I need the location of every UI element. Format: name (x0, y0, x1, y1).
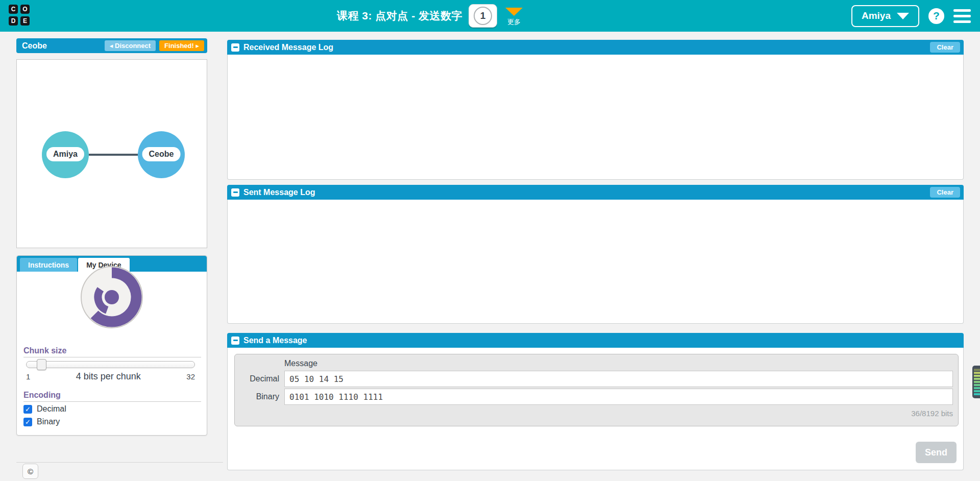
help-button[interactable]: ? (928, 8, 944, 24)
panel-title: Sent Message Log (243, 188, 315, 197)
chevron-down-icon (505, 8, 523, 16)
encoding-option-label: Decimal (37, 404, 66, 414)
network-diagram: Amiya Ceobe (16, 59, 207, 248)
slider-thumb[interactable] (37, 359, 46, 370)
slider-value-label: 4 bits per chunk (30, 371, 186, 382)
panel-header: Received Message Log Clear (227, 40, 964, 55)
decimal-message-input[interactable] (284, 371, 953, 387)
edge-signal-widget (972, 366, 980, 398)
user-name: Amiya (862, 10, 891, 21)
more-label: 更多 (507, 17, 521, 27)
received-message-log-panel: Received Message Log Clear (227, 40, 964, 180)
node-label: Amiya (46, 147, 84, 161)
lesson-title-group: 课程 3: 点对点 - 发送数字 1 更多 (337, 0, 523, 32)
encoding-option-binary: Binary (23, 417, 60, 426)
checkbox-checked-icon[interactable] (23, 418, 32, 426)
message-column-header: Message (284, 359, 317, 368)
message-composer: Message Decimal Binary 36/8192 bits (234, 354, 959, 426)
lesson-title: 课程 3: 点对点 - 发送数字 (337, 9, 462, 23)
decimal-row-label: Decimal (235, 374, 284, 383)
panel-header: Send a Message (227, 333, 964, 348)
send-button[interactable]: Send (916, 442, 957, 463)
connection-line (89, 154, 138, 156)
checkbox-checked-icon[interactable] (23, 405, 32, 414)
slider-min-label: 1 (26, 372, 30, 381)
disconnect-button[interactable]: ◂ Disconnect (105, 40, 156, 51)
level-indicator[interactable]: 1 (469, 4, 497, 28)
chunk-size-slider[interactable] (26, 361, 195, 368)
received-log-body (227, 55, 964, 180)
binary-row-label: Binary (235, 392, 284, 401)
encoding-heading: Encoding (23, 391, 201, 402)
lobby-header: Ceobe ◂ Disconnect Finished! ▸ (16, 38, 207, 53)
finished-button[interactable]: Finished! ▸ (159, 40, 204, 51)
bits-counter: 36/8192 bits (235, 409, 953, 418)
logo-letter: C (9, 5, 18, 14)
clear-button[interactable]: Clear (930, 187, 960, 198)
chevron-down-icon (897, 13, 909, 19)
signal-stripes (974, 369, 980, 395)
collapse-icon[interactable] (231, 43, 239, 52)
panel-title: Received Message Log (243, 43, 333, 52)
logo-letter: D (9, 16, 18, 26)
tab-instructions[interactable]: Instructions (20, 258, 77, 272)
panel-title: Send a Message (243, 336, 307, 345)
logo-letter: E (20, 16, 30, 26)
node-label: Ceobe (142, 147, 181, 161)
clear-button[interactable]: Clear (930, 42, 960, 53)
chunk-size-labels: 1 4 bits per chunk 32 (26, 371, 195, 382)
hamburger-menu-icon[interactable] (953, 9, 971, 23)
panel-header: Sent Message Log Clear (227, 185, 964, 200)
chunk-size-heading: Chunk size (23, 346, 201, 357)
sent-message-log-panel: Sent Message Log Clear (227, 185, 964, 324)
my-device-panel: Instructions My Device Chunk size 1 4 bi… (16, 255, 207, 436)
level-number: 1 (474, 7, 492, 25)
more-dropdown[interactable]: 更多 (505, 8, 523, 27)
binary-message-input[interactable] (284, 389, 953, 405)
network-node-ceobe[interactable]: Ceobe (138, 131, 185, 178)
collapse-icon[interactable] (231, 188, 239, 197)
network-node-amiya[interactable]: Amiya (42, 131, 89, 178)
header-right-group: Amiya ? (851, 0, 971, 32)
footer-divider (16, 462, 223, 463)
slider-max-label: 32 (186, 372, 195, 381)
device-spinner-icon (80, 266, 143, 331)
encoding-option-decimal: Decimal (23, 404, 66, 414)
app-header: C O D E 课程 3: 点对点 - 发送数字 1 更多 Amiya ? (0, 0, 980, 32)
send-message-panel: Send a Message Message Decimal Binary 36… (227, 333, 964, 470)
connected-peer-title: Ceobe (22, 41, 47, 51)
collapse-icon[interactable] (231, 336, 239, 345)
logo-letter: O (20, 5, 30, 14)
code-org-logo: C O D E (9, 5, 30, 27)
copyright-button[interactable]: © (22, 464, 38, 479)
user-menu-button[interactable]: Amiya (851, 5, 919, 27)
send-message-body: Message Decimal Binary 36/8192 bits Send (227, 348, 964, 470)
encoding-option-label: Binary (37, 417, 60, 426)
sent-log-body (227, 200, 964, 324)
